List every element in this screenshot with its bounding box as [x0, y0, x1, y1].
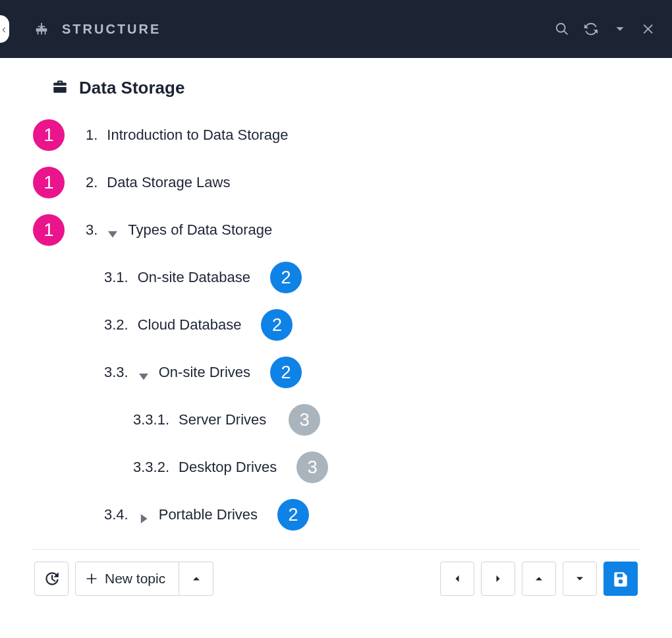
- history-icon: [43, 570, 60, 587]
- chevron-right-icon: [491, 572, 505, 585]
- topic-number: 3.3.2.: [133, 459, 169, 476]
- level-badge-1: 1: [33, 214, 65, 246]
- root-topic-row[interactable]: Data Storage: [33, 78, 639, 98]
- topic-number: 1.: [86, 127, 98, 144]
- root-topic-label: Data Storage: [79, 78, 184, 98]
- caret-down-icon[interactable]: [108, 225, 117, 235]
- briefcase-icon: [51, 78, 69, 98]
- nav-next-button[interactable]: [481, 562, 515, 596]
- header-left: ‹ STRUCTURE: [0, 15, 161, 43]
- topic-label: Introduction to Data Storage: [107, 127, 288, 144]
- topic-label: Cloud Database: [138, 316, 242, 334]
- topic-row[interactable]: 3.1. On-site Database 2: [33, 260, 639, 295]
- level-badge-2: 2: [261, 309, 293, 341]
- new-topic-group: New topic: [75, 562, 213, 596]
- level-badge-3: 3: [296, 451, 328, 483]
- level-badge-1: 1: [33, 119, 65, 151]
- topic-row[interactable]: 3.3. On-site Drives 2: [33, 355, 639, 390]
- level-badge-2: 2: [270, 262, 302, 293]
- topic-label: Server Drives: [179, 411, 266, 428]
- topic-number: 3.: [86, 221, 98, 239]
- topic-tree: 1 1. Introduction to Data Storage 1 2. D…: [33, 118, 639, 532]
- level-badge-2: 2: [277, 499, 309, 531]
- level-badge-1: 1: [33, 167, 65, 198]
- move-down-button[interactable]: [563, 562, 597, 596]
- chevron-down-icon[interactable]: [613, 22, 627, 36]
- separator: [33, 549, 639, 550]
- collapse-hint: ‹: [2, 22, 6, 36]
- topic-label: Portable Drives: [159, 506, 258, 523]
- topic-label: On-site Database: [138, 269, 250, 286]
- topic-number: 3.3.: [104, 364, 128, 381]
- topic-label: Data Storage Laws: [107, 174, 230, 191]
- nav-prev-button[interactable]: [440, 562, 474, 596]
- caret-down-icon[interactable]: [139, 368, 148, 377]
- footer-toolbar: New topic: [33, 562, 639, 596]
- topic-row[interactable]: 1 3. Types of Data Storage: [33, 213, 639, 247]
- move-up-button[interactable]: [522, 562, 556, 596]
- chevron-left-icon: [451, 572, 464, 585]
- topic-row[interactable]: 1 2. Data Storage Laws: [33, 165, 639, 200]
- structure-content: Data Storage 1 1. Introduction to Data S…: [0, 58, 672, 596]
- topic-row[interactable]: 3.3.1. Server Drives 3: [33, 403, 639, 437]
- topic-label: Desktop Drives: [179, 459, 277, 476]
- new-topic-dropdown[interactable]: [179, 562, 213, 596]
- panel-title: STRUCTURE: [62, 22, 161, 37]
- topic-label: On-site Drives: [159, 364, 250, 381]
- collapse-panel-handle[interactable]: ‹: [0, 15, 9, 43]
- chevron-down-icon: [573, 572, 586, 585]
- topic-row[interactable]: 3.4. Portable Drives 2: [33, 498, 639, 532]
- structure-tree-icon: [34, 22, 49, 36]
- topic-number: 3.4.: [104, 506, 128, 523]
- save-button[interactable]: [603, 562, 638, 596]
- topic-number: 3.1.: [104, 269, 128, 286]
- chevron-up-icon: [190, 572, 203, 585]
- search-icon[interactable]: [555, 22, 569, 36]
- header-actions: [555, 22, 656, 36]
- topic-row[interactable]: 3.3.2. Desktop Drives 3: [33, 450, 639, 484]
- topic-number: 3.3.1.: [133, 411, 169, 428]
- panel-header: ‹ STRUCTURE: [0, 0, 672, 58]
- caret-right-icon[interactable]: [139, 510, 148, 519]
- topic-row[interactable]: 1 1. Introduction to Data Storage: [33, 118, 639, 152]
- level-badge-3: 3: [289, 404, 320, 436]
- plus-icon: [85, 572, 98, 585]
- history-button[interactable]: [34, 562, 69, 596]
- topic-number: 3.2.: [104, 316, 128, 334]
- topic-number: 2.: [86, 174, 98, 191]
- topic-label: Types of Data Storage: [128, 221, 272, 239]
- new-topic-button[interactable]: New topic: [75, 562, 179, 596]
- new-topic-label: New topic: [98, 571, 169, 587]
- chevron-up-icon: [532, 572, 546, 585]
- level-badge-2: 2: [270, 357, 302, 388]
- topic-row[interactable]: 3.2. Cloud Database 2: [33, 308, 639, 342]
- close-icon[interactable]: [642, 22, 656, 36]
- refresh-icon[interactable]: [584, 22, 598, 36]
- save-icon: [612, 570, 629, 587]
